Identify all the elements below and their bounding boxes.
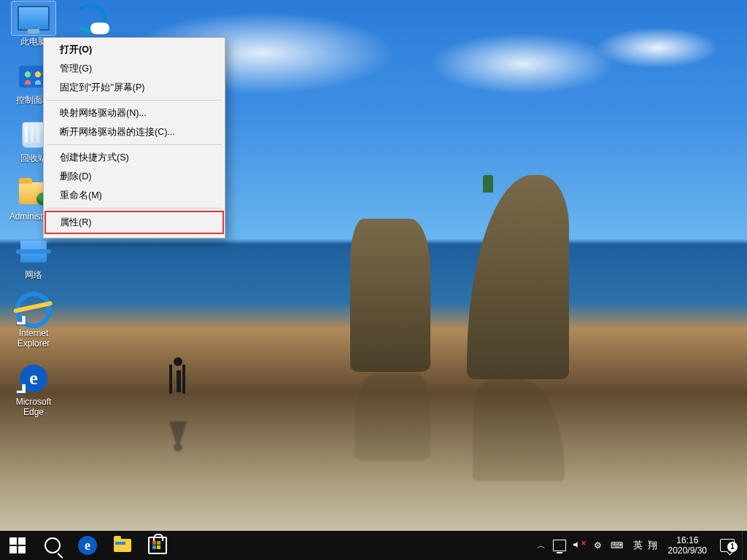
clock-time: 16:16 xyxy=(668,535,707,545)
ie-icon xyxy=(12,288,55,331)
context-menu: 打开(O) 管理(G) 固定到"开始"屏幕(P) 映射网络驱动器(N)... 断… xyxy=(43,37,225,238)
edge-icon xyxy=(78,536,97,555)
notification-badge: 1 xyxy=(727,542,738,552)
menu-properties[interactable]: 属性(R) xyxy=(45,211,223,233)
action-center-button[interactable]: 1 xyxy=(713,539,742,552)
taskbar-file-explorer[interactable] xyxy=(105,531,140,560)
ime-mode: 翔 xyxy=(648,539,658,552)
wallpaper-reflection xyxy=(473,379,565,481)
menu-separator xyxy=(47,144,222,145)
keyboard-icon[interactable]: ⌨ xyxy=(611,540,623,551)
wallpaper-rock xyxy=(467,175,569,379)
menu-separator xyxy=(47,100,222,101)
menu-rename[interactable]: 重命名(M) xyxy=(45,186,223,205)
wallpaper-reflection xyxy=(355,373,430,461)
wallpaper-runner-reflection xyxy=(163,411,193,451)
menu-map-network-drive[interactable]: 映射网络驱动器(N)... xyxy=(45,104,223,122)
pc-icon xyxy=(18,6,50,31)
menu-delete[interactable]: 删除(D) xyxy=(45,167,223,186)
menu-separator xyxy=(47,208,222,209)
network-icon xyxy=(20,241,47,262)
menu-open[interactable]: 打开(O) xyxy=(45,40,223,59)
taskbar-store[interactable] xyxy=(140,531,175,560)
icon-label: Microsoft Edge xyxy=(6,397,61,417)
menu-manage[interactable]: 管理(G) xyxy=(45,59,223,78)
ime-tool-icon[interactable]: ⚙ xyxy=(592,540,604,551)
file-explorer-icon xyxy=(114,539,131,552)
volume-muted-icon[interactable] xyxy=(573,540,585,551)
edge-icon xyxy=(20,365,47,392)
taskbar-left xyxy=(0,531,175,560)
wallpaper-rock xyxy=(350,219,430,372)
clock-date: 2020/9/30 xyxy=(668,545,707,556)
taskbar-clock[interactable]: 16:16 2020/9/30 xyxy=(662,535,713,556)
ime-indicator[interactable]: 英 翔 xyxy=(629,539,662,552)
wallpaper-runner xyxy=(163,357,193,402)
taskbar-edge[interactable] xyxy=(70,531,105,560)
show-desktop-button[interactable] xyxy=(742,531,747,560)
icon-label: 网络 xyxy=(25,270,42,280)
start-button[interactable] xyxy=(0,531,35,560)
system-tray: ︿ ⚙ ⌨ xyxy=(531,540,629,552)
network-tray-icon[interactable] xyxy=(553,540,566,551)
menu-pin-to-start[interactable]: 固定到"开始"屏幕(P) xyxy=(45,78,223,97)
windows-logo-icon xyxy=(9,537,26,553)
menu-create-shortcut[interactable]: 创建快捷方式(S) xyxy=(45,148,223,167)
icon-internet-explorer[interactable]: Internet Explorer xyxy=(6,293,61,349)
search-button[interactable] xyxy=(35,531,70,560)
icon-microsoft-edge[interactable]: Microsoft Edge xyxy=(6,362,61,417)
store-icon xyxy=(148,537,167,554)
icon-network[interactable]: 网络 xyxy=(6,235,61,280)
icon-label: Internet Explorer xyxy=(6,328,61,349)
taskbar-right: ︿ ⚙ ⌨ 英 翔 16:16 2020/9/30 1 xyxy=(531,531,747,560)
icon-edge-shortcut[interactable] xyxy=(63,1,118,36)
recycle-bin-icon xyxy=(22,122,45,148)
ime-lang: 英 xyxy=(633,539,643,552)
desktop[interactable]: 此电脑 控制面板 回收站 Administra... 网络 Internet E… xyxy=(0,0,747,531)
tray-overflow-button[interactable]: ︿ xyxy=(537,540,546,552)
menu-disconnect-network-drive[interactable]: 断开网络驱动器的连接(C)... xyxy=(45,122,223,141)
taskbar: ︿ ⚙ ⌨ 英 翔 16:16 2020/9/30 1 xyxy=(0,531,747,560)
search-icon xyxy=(44,537,61,553)
edge-cloud-icon xyxy=(74,4,107,33)
